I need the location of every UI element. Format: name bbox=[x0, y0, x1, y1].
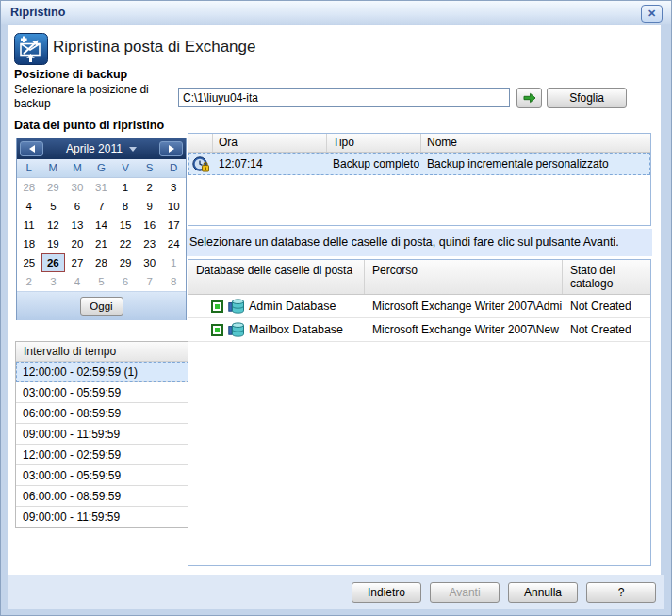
calendar-day[interactable]: 4 bbox=[17, 197, 41, 216]
calendar-day[interactable]: 3 bbox=[161, 178, 186, 197]
column-header-database[interactable]: Database delle caselle di posta bbox=[188, 260, 365, 294]
calendar-day[interactable]: 14 bbox=[90, 216, 114, 235]
database-path: Microsoft Exchange Writer 2007\New bbox=[365, 323, 563, 336]
calendar-day[interactable]: 29 bbox=[113, 253, 138, 272]
column-header-stato[interactable]: Stato del catalogo bbox=[563, 260, 650, 294]
calendar-grid: 2829303112345678910111213141516171819202… bbox=[17, 178, 186, 291]
green-checkbox-icon[interactable] bbox=[211, 324, 223, 336]
calendar-day[interactable]: 17 bbox=[161, 216, 186, 235]
calendar-day[interactable]: 24 bbox=[161, 235, 186, 253]
backup-table-header: Ora Tipo Nome bbox=[188, 134, 650, 153]
time-interval-items: 12:00:00 - 02:59:59 (1)03:00:00 - 05:59:… bbox=[16, 362, 189, 527]
calendar-footer: Oggi bbox=[17, 291, 186, 320]
catalog-status: Not Created bbox=[563, 300, 650, 313]
calendar-day[interactable]: 23 bbox=[138, 235, 162, 253]
next-button[interactable]: Avanti bbox=[430, 582, 500, 603]
calendar-day[interactable]: 26 bbox=[41, 253, 66, 272]
browse-button[interactable]: Sfoglia bbox=[547, 88, 627, 108]
backup-location-label: Selezionare la posizione di backup bbox=[14, 83, 172, 111]
back-button[interactable]: Indietro bbox=[352, 582, 421, 603]
calendar-day[interactable]: 1 bbox=[113, 178, 138, 197]
calendar: Aprile 2011 LMMGVSD 28293031123456789101… bbox=[16, 138, 187, 320]
calendar-day[interactable]: 7 bbox=[138, 272, 162, 291]
time-interval-item[interactable]: 03:00:00 - 05:59:59 bbox=[16, 465, 189, 486]
help-button[interactable]: ? bbox=[586, 582, 656, 603]
calendar-day[interactable]: 6 bbox=[65, 197, 90, 216]
calendar-day[interactable]: 20 bbox=[65, 235, 90, 253]
close-icon: ✕ bbox=[647, 8, 656, 20]
calendar-day[interactable]: 21 bbox=[90, 235, 114, 253]
left-arrow-icon bbox=[29, 145, 35, 153]
calendar-day-header: L bbox=[17, 159, 41, 177]
catalog-status: Not Created bbox=[563, 323, 650, 336]
calendar-day[interactable]: 30 bbox=[138, 253, 162, 272]
calendar-day[interactable]: 18 bbox=[17, 235, 41, 253]
calendar-day-header: D bbox=[161, 159, 186, 177]
green-checkbox-icon[interactable] bbox=[211, 300, 223, 313]
calendar-header: Aprile 2011 bbox=[17, 138, 186, 159]
calendar-day[interactable]: 15 bbox=[113, 216, 138, 235]
calendar-next-button[interactable] bbox=[159, 141, 183, 156]
time-interval-item[interactable]: 12:00:00 - 02:59:59 bbox=[16, 445, 189, 465]
database-name: Mailbox Database bbox=[249, 323, 343, 336]
section-backup-location-title: Posizione di backup bbox=[14, 68, 127, 81]
backup-row[interactable]: 12:07:14 Backup completo Backup incremen… bbox=[188, 153, 650, 175]
time-interval-item[interactable]: 09:00:00 - 11:59:59 bbox=[16, 424, 189, 445]
column-header-icon[interactable] bbox=[188, 134, 213, 152]
calendar-prev-button[interactable] bbox=[20, 141, 43, 156]
calendar-day[interactable]: 19 bbox=[41, 235, 66, 253]
database-path: Microsoft Exchange Writer 2007\Admi bbox=[365, 300, 563, 313]
database-rows: Admin DatabaseMicrosoft Exchange Writer … bbox=[188, 295, 650, 342]
calendar-day[interactable]: 31 bbox=[90, 178, 114, 197]
calendar-day[interactable]: 5 bbox=[41, 197, 66, 216]
time-interval-item[interactable]: 09:00:00 - 11:59:59 bbox=[16, 507, 189, 527]
time-interval-list: Intervallo di tempo 12:00:00 - 02:59:59 … bbox=[15, 341, 190, 528]
calendar-day[interactable]: 11 bbox=[17, 216, 41, 235]
calendar-day[interactable]: 16 bbox=[138, 216, 162, 235]
calendar-day[interactable]: 3 bbox=[41, 272, 66, 291]
green-arrow-icon bbox=[523, 92, 536, 104]
calendar-day[interactable]: 25 bbox=[17, 253, 41, 272]
titlebar: Ripristino ✕ bbox=[1, 1, 671, 25]
time-interval-item[interactable]: 06:00:00 - 08:59:59 bbox=[16, 403, 189, 424]
calendar-day[interactable]: 4 bbox=[65, 272, 90, 291]
column-header-percorso[interactable]: Percorso bbox=[365, 260, 563, 294]
calendar-day[interactable]: 1 bbox=[161, 253, 186, 272]
calendar-day[interactable]: 5 bbox=[90, 272, 114, 291]
backup-row-nome: Backup incrementale personalizzato bbox=[421, 157, 650, 170]
calendar-day[interactable]: 2 bbox=[17, 272, 41, 291]
time-interval-item[interactable]: 03:00:00 - 05:59:59 bbox=[16, 382, 189, 403]
database-row[interactable]: Mailbox DatabaseMicrosoft Exchange Write… bbox=[188, 318, 650, 342]
column-header-tipo[interactable]: Tipo bbox=[327, 134, 421, 152]
calendar-day[interactable]: 22 bbox=[113, 235, 138, 253]
calendar-day[interactable]: 29 bbox=[41, 178, 66, 197]
calendar-day[interactable]: 27 bbox=[65, 253, 90, 272]
today-button[interactable]: Oggi bbox=[80, 297, 123, 316]
column-header-ora[interactable]: Ora bbox=[213, 134, 327, 152]
close-button[interactable]: ✕ bbox=[641, 5, 663, 23]
calendar-day[interactable]: 2 bbox=[138, 178, 162, 197]
calendar-day[interactable]: 8 bbox=[161, 272, 186, 291]
calendar-day[interactable]: 12 bbox=[41, 216, 66, 235]
calendar-day[interactable]: 8 bbox=[113, 197, 138, 216]
calendar-day[interactable]: 6 bbox=[113, 272, 138, 291]
footer-bar: Indietro Avanti Annulla ? bbox=[8, 575, 664, 609]
backup-path-input[interactable] bbox=[178, 88, 510, 107]
cancel-button[interactable]: Annulla bbox=[508, 582, 578, 603]
calendar-month-label[interactable]: Aprile 2011 bbox=[43, 142, 159, 155]
time-interval-item[interactable]: 12:00:00 - 02:59:59 (1) bbox=[16, 362, 189, 382]
calendar-day[interactable]: 28 bbox=[90, 253, 114, 272]
calendar-day[interactable]: 13 bbox=[65, 216, 90, 235]
column-header-nome[interactable]: Nome bbox=[421, 134, 650, 152]
calendar-day-header: V bbox=[113, 159, 138, 177]
time-interval-item[interactable]: 06:00:00 - 08:59:59 bbox=[16, 486, 189, 507]
go-button[interactable] bbox=[516, 88, 542, 108]
time-interval-header: Intervallo di tempo bbox=[16, 342, 189, 362]
database-row[interactable]: Admin DatabaseMicrosoft Exchange Writer … bbox=[188, 295, 650, 318]
calendar-day[interactable]: 9 bbox=[138, 197, 162, 216]
calendar-day[interactable]: 30 bbox=[65, 178, 90, 197]
calendar-day-header: M bbox=[65, 159, 90, 177]
calendar-day[interactable]: 28 bbox=[17, 178, 41, 197]
calendar-day[interactable]: 10 bbox=[161, 197, 186, 216]
calendar-day[interactable]: 7 bbox=[90, 197, 114, 216]
